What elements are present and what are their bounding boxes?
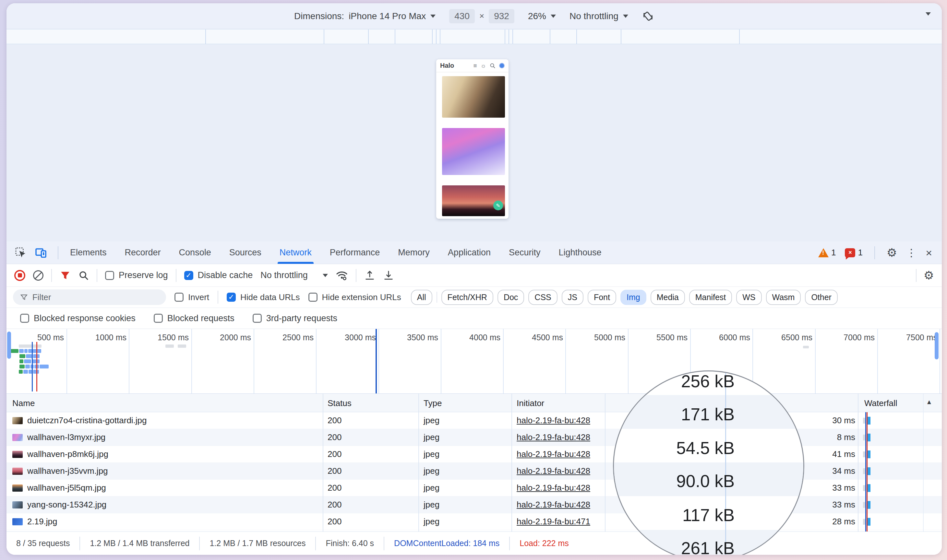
chip-media[interactable]: Media [651, 290, 685, 305]
request-name-cell[interactable]: yang-song-15342.jpg [12, 500, 106, 510]
request-name-cell[interactable]: wallhaven-j35vvm.jpg [12, 466, 108, 476]
chip-js[interactable]: JS [562, 290, 583, 305]
search-icon[interactable] [79, 270, 89, 281]
tab-application[interactable]: Application [439, 242, 500, 264]
network-overview-timeline[interactable]: 500 ms 1000 ms 1500 ms 2000 ms 2500 ms 3… [6, 329, 942, 394]
column-header-initiator[interactable]: Initiator [517, 398, 544, 408]
initiator-link[interactable]: halo-2.19-fa-bu:428 [517, 466, 590, 476]
device-toolbar-toggle-icon[interactable] [35, 247, 47, 258]
export-har-icon[interactable] [383, 270, 394, 281]
dom-content-loaded-time[interactable]: DOMContentLoaded: 184 ms [394, 538, 500, 548]
initiator-link[interactable]: halo-2.19-fa-bu:428 [517, 483, 590, 493]
table-row[interactable]: yang-song-15342.jpg200jpeghalo-2.19-fa-b… [6, 497, 942, 513]
column-header-name[interactable]: Name [12, 398, 35, 408]
timeline-scroll-handle-right[interactable] [935, 332, 939, 359]
chip-fetchxhr[interactable]: Fetch/XHR [441, 290, 493, 305]
chip-wasm[interactable]: Wasm [766, 290, 801, 305]
photo-sunset-mountains[interactable] [442, 185, 505, 216]
inspect-element-icon[interactable] [15, 247, 26, 258]
filter-input[interactable] [32, 292, 159, 302]
settings-gear-icon[interactable]: ⚙ [887, 247, 897, 258]
disable-cache-toggle[interactable]: ✓ Disable cache [184, 270, 253, 280]
chip-other[interactable]: Other [805, 290, 838, 305]
theme-icon[interactable]: ☼ [481, 62, 486, 69]
sort-arrow-icon[interactable]: ▲ [926, 398, 932, 406]
hide-data-urls-toggle[interactable]: ✓ Hide data URLs [227, 292, 300, 302]
initiator-link[interactable]: halo-2.19-fa-bu:428 [517, 415, 590, 426]
tab-memory[interactable]: Memory [389, 242, 439, 264]
viewport-height-input[interactable]: 932 [489, 9, 514, 23]
tab-elements[interactable]: Elements [61, 242, 116, 264]
load-time[interactable]: Load: 222 ms [520, 538, 569, 548]
column-divider[interactable] [605, 394, 606, 531]
initiator-link[interactable]: halo-2.19-fa-bu:428 [517, 432, 590, 442]
kebab-menu-icon[interactable]: ⋮ [906, 248, 916, 258]
clear-network-log-icon[interactable] [33, 270, 43, 281]
network-settings-gear-icon[interactable]: ⚙ [924, 270, 934, 281]
initiator-link[interactable]: halo-2.19-fa-bu:428 [517, 449, 590, 459]
table-row[interactable]: duietczn7o4-cristina-gottardi.jpg200jpeg… [6, 412, 942, 429]
request-name-cell[interactable]: wallhaven-p8mk6j.jpg [12, 449, 108, 459]
device-toolbar-overflow-chevron-icon[interactable] [925, 12, 931, 15]
request-name-cell[interactable]: wallhaven-l3myxr.jpg [12, 432, 105, 442]
request-name-cell[interactable]: duietczn7o4-cristina-gottardi.jpg [12, 415, 147, 426]
column-divider[interactable] [323, 394, 323, 531]
chip-css[interactable]: CSS [528, 290, 557, 305]
chip-font[interactable]: Font [588, 290, 616, 305]
rotate-device-icon[interactable] [642, 10, 654, 22]
close-devtools-icon[interactable]: × [925, 247, 932, 258]
third-party-requests-toggle[interactable]: 3rd-party requests [253, 313, 337, 323]
initiator-link[interactable]: halo-2.19-fa-bu:428 [517, 500, 590, 510]
filter-funnel-icon[interactable] [60, 270, 71, 281]
record-network-log-button[interactable] [14, 270, 25, 281]
preserve-log-toggle[interactable]: Preserve log [105, 270, 168, 280]
chip-ws[interactable]: WS [736, 290, 762, 305]
column-divider[interactable] [511, 394, 512, 531]
chip-img[interactable]: Img [620, 290, 646, 305]
import-har-icon[interactable] [364, 270, 375, 281]
blocked-requests-toggle[interactable]: Blocked requests [154, 313, 234, 323]
column-header-waterfall[interactable]: Waterfall [864, 398, 898, 408]
hide-extension-urls-toggle[interactable]: Hide extension URLs [308, 292, 401, 302]
request-name-cell[interactable]: wallhaven-j5l5qm.jpg [12, 483, 106, 493]
edit-fab-button[interactable]: ✎ [493, 201, 503, 210]
column-header-status[interactable]: Status [327, 398, 352, 408]
viewport-width-input[interactable]: 430 [449, 9, 475, 23]
tab-sources[interactable]: Sources [220, 242, 270, 264]
chip-all[interactable]: All [411, 290, 432, 305]
media-query-bar[interactable] [6, 29, 942, 44]
tab-recorder[interactable]: Recorder [116, 242, 170, 264]
invert-filter-toggle[interactable]: Invert [174, 292, 209, 302]
timeline-scroll-handle-left[interactable] [7, 332, 11, 359]
initiator-link[interactable]: halo-2.19-fa-bu:471 [517, 517, 590, 527]
table-row[interactable]: 2.19.jpg200jpeghalo-2.19-fa-bu:47128 ms [6, 513, 942, 530]
photo-mountain-clouds[interactable] [442, 76, 505, 118]
network-throttling-select[interactable]: No throttling [261, 270, 328, 280]
blocked-response-cookies-toggle[interactable]: Blocked response cookies [20, 313, 136, 323]
column-divider[interactable] [418, 394, 419, 531]
errors-counter[interactable]: × 1 [845, 248, 862, 258]
chip-doc[interactable]: Doc [498, 290, 524, 305]
device-selector[interactable]: Dimensions: iPhone 14 Pro Max [294, 11, 436, 22]
timeline-bar [20, 365, 25, 368]
search-icon[interactable] [490, 63, 495, 69]
zoom-selector[interactable]: 26% [528, 11, 556, 22]
menu-icon[interactable]: ≡ [473, 62, 477, 69]
warnings-counter[interactable]: ! 1 [818, 248, 836, 258]
column-divider[interactable] [858, 394, 859, 531]
tab-security[interactable]: Security [500, 242, 550, 264]
globe-icon[interactable] [499, 63, 504, 68]
photo-winter-cabin[interactable] [442, 128, 505, 175]
throttling-selector[interactable]: No throttling [569, 11, 628, 22]
request-name-cell[interactable]: 2.19.jpg [12, 517, 57, 527]
tab-console[interactable]: Console [170, 242, 220, 264]
tab-network[interactable]: Network [270, 242, 321, 264]
chip-manifest[interactable]: Manifest [689, 290, 732, 305]
device-viewport[interactable]: Halo ≡ ☼ ✎ [436, 59, 509, 219]
tab-performance[interactable]: Performance [321, 242, 389, 264]
tab-lighthouse[interactable]: Lighthouse [550, 242, 611, 264]
network-toolbar: Preserve log ✓ Disable cache No throttli… [6, 264, 942, 287]
network-conditions-wifi-icon[interactable] [336, 269, 348, 282]
column-header-type[interactable]: Type [424, 398, 442, 408]
filter-input-pill[interactable] [13, 289, 166, 305]
